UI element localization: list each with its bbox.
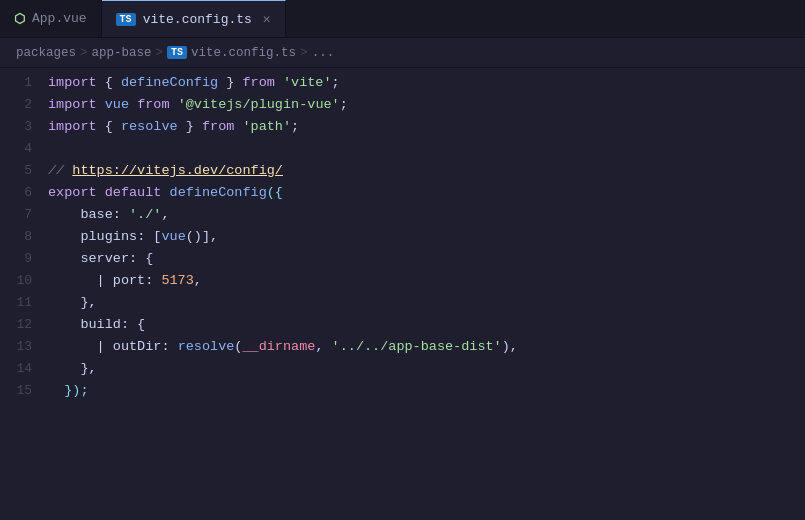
tab-vite-config[interactable]: TS vite.config.ts ✕ [102,0,286,37]
token-plain: , [194,273,202,288]
line-content: | port: 5173, [48,270,805,292]
token-plain [161,185,169,200]
line-number: 4 [0,138,48,160]
token-func: defineConfig [121,75,218,90]
token-keyword: from [242,75,274,90]
token-plain: ; [332,75,340,90]
token-plain: : { [121,317,145,332]
token-string: 'vite' [283,75,332,90]
code-line: 12 build: { [0,314,805,336]
code-line: 11 }, [0,292,805,314]
line-number: 8 [0,226,48,248]
line-number: 9 [0,248,48,270]
code-line: 7 base: './', [0,204,805,226]
token-plain: { [97,75,121,90]
token-plain [97,97,105,112]
line-content: export default defineConfig({ [48,182,805,204]
token-import-name: vue [105,97,129,112]
token-prop: build [80,317,121,332]
code-line: 6export default defineConfig({ [0,182,805,204]
token-keyword: import [48,97,97,112]
token-plain: | [48,273,113,288]
vue-icon: ⬡ [14,11,25,27]
line-content: import { resolve } from 'path'; [48,116,805,138]
token-plain [48,251,80,266]
token-plain [129,97,137,112]
token-prop: base [80,207,112,222]
code-line: 8 plugins: [vue()], [0,226,805,248]
token-func: resolve [121,119,178,134]
breadcrumb-packages: packages [16,46,76,60]
line-number: 12 [0,314,48,336]
tab-label: App.vue [32,11,87,26]
breadcrumb-sep-2: > [156,46,164,60]
token-plain: : [113,207,129,222]
token-keyword: from [137,97,169,112]
code-line: 3import { resolve } from 'path'; [0,116,805,138]
breadcrumb-sep-3: > [300,46,308,60]
token-plain: : [161,339,177,354]
code-line: 10 | port: 5173, [0,270,805,292]
token-url: https://vitejs.dev/config/ [72,163,283,178]
token-plain: }, [80,361,96,376]
token-plain: ()], [186,229,218,244]
breadcrumb-sep-1: > [80,46,88,60]
token-plain: { [97,119,121,134]
line-number: 10 [0,270,48,292]
line-content: }); [48,380,805,402]
token-func: defineConfig [170,185,267,200]
token-plain [48,317,80,332]
token-plain: } [178,119,202,134]
token-punct: }); [64,383,88,398]
token-plain: ; [340,97,348,112]
line-content: // https://vitejs.dev/config/ [48,160,805,182]
token-plain: , [161,207,169,222]
token-keyword: import [48,75,97,90]
token-plain [97,185,105,200]
code-line: 1import { defineConfig } from 'vite'; [0,72,805,94]
token-punct: ({ [267,185,283,200]
breadcrumb-ellipsis: ... [312,46,335,60]
token-plain: | [48,339,113,354]
token-plain [275,75,283,90]
token-string: 'path' [242,119,291,134]
token-string: '@vitejs/plugin-vue' [178,97,340,112]
line-number: 5 [0,160,48,182]
tab-app-vue[interactable]: ⬡ App.vue [0,0,102,37]
line-content: server: { [48,248,805,270]
line-content: }, [48,292,805,314]
breadcrumb-file: vite.config.ts [191,46,296,60]
ts-badge: TS [116,13,136,26]
code-line: 14 }, [0,358,805,380]
tab-close-button[interactable]: ✕ [263,11,271,27]
token-plain [48,383,64,398]
code-area: 1import { defineConfig } from 'vite';2im… [0,68,805,406]
breadcrumb: packages > app-base > TS vite.config.ts … [0,38,805,68]
token-plain [48,229,80,244]
token-plain: ), [502,339,518,354]
line-number: 7 [0,204,48,226]
code-line: 13 | outDir: resolve(__dirname, '../../a… [0,336,805,358]
token-keyword: import [48,119,97,134]
line-content: }, [48,358,805,380]
line-number: 3 [0,116,48,138]
line-content: | outDir: resolve(__dirname, '../../app-… [48,336,805,358]
token-plain: : [ [137,229,161,244]
token-param: __dirname [242,339,315,354]
line-content: import vue from '@vitejs/plugin-vue'; [48,94,805,116]
token-func: vue [161,229,185,244]
token-string: './' [129,207,161,222]
token-plain: : [145,273,161,288]
token-plain: } [218,75,242,90]
line-content: import { defineConfig } from 'vite'; [48,72,805,94]
line-content: base: './', [48,204,805,226]
code-line: 2import vue from '@vitejs/plugin-vue'; [0,94,805,116]
token-func: resolve [178,339,235,354]
breadcrumb-app-base: app-base [92,46,152,60]
line-content: plugins: [vue()], [48,226,805,248]
line-number: 14 [0,358,48,380]
token-string: '../../app-base-dist' [332,339,502,354]
token-keyword: export [48,185,97,200]
tab-label: vite.config.ts [143,12,252,27]
token-plain: : { [129,251,153,266]
